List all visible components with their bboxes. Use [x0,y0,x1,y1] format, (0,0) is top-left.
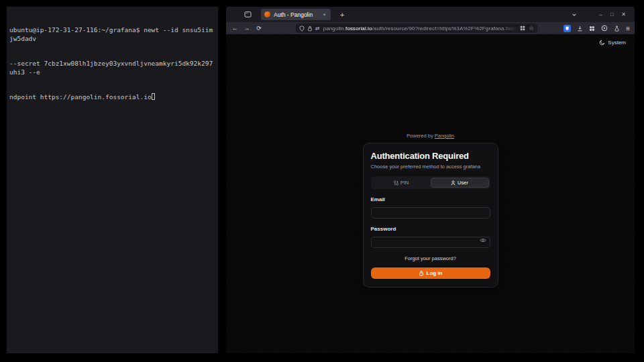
url-text: pangolin.fossorial.io/auth/resource/90?r… [323,25,517,32]
connection-lock-icon[interactable] [307,25,313,32]
tab-close-icon[interactable]: × [321,11,327,17]
browser-tabstrip: Auth - Pangolin × + – □ ✕ [226,7,635,22]
forward-button[interactable]: → [241,25,252,32]
browser-window: Auth - Pangolin × + – □ ✕ ← → ⟳ ⇄ [226,7,635,353]
user-icon [451,180,455,186]
auth-card-title: Authentication Required [371,151,490,161]
downloads-icon[interactable] [577,25,583,32]
show-password-eye-icon[interactable] [480,237,486,243]
tab-user-label: User [458,180,468,186]
bookmark-star-icon[interactable]: ☆ [529,25,534,32]
pin-binary-icon [394,180,398,186]
flask-extension-icon[interactable] [614,25,620,32]
app-menu-icon[interactable]: ≡ [626,25,630,32]
email-label: Email [371,196,490,202]
theme-toggle-label: System [608,40,626,46]
moon-icon [599,40,605,46]
tab-user[interactable]: User [431,178,489,188]
firefox-view-icon[interactable] [242,9,253,20]
terminal-line: ubuntu@ip-172-31-27-116:~/grafana$ newt … [9,26,215,43]
login-button-label: Log in [427,270,443,276]
tab-pin[interactable]: PIN [372,178,431,188]
new-tab-button[interactable]: + [337,11,347,19]
login-lock-icon [419,270,424,276]
terminal-window[interactable]: ubuntu@ip-172-31-27-116:~/grafana$ newt … [7,7,218,353]
tab-pin-label: PIN [400,180,409,186]
auth-card: Authentication Required Choose your pref… [363,143,498,288]
page-action-grid-icon[interactable] [520,25,525,31]
adblock-circle-icon[interactable] [601,25,608,32]
window-minimize-button[interactable]: – [595,11,606,17]
browser-toolbar: ← → ⟳ ⇄ pangolin.fossorial.io/auth/resou… [226,22,635,34]
password-field[interactable] [371,237,490,248]
password-manager-extension-icon[interactable] [564,25,571,32]
back-button[interactable]: ← [229,25,240,32]
terminal-line: ndpoint https://pangolin.fossorial.io [9,93,215,102]
reload-button[interactable]: ⟳ [254,25,264,32]
window-close-button[interactable]: ✕ [618,11,629,17]
browser-tab-auth-pangolin[interactable]: Auth - Pangolin × [261,9,331,20]
window-maximize-button[interactable]: □ [606,11,618,17]
pangolin-link[interactable]: Pangolin [435,133,454,139]
extensions-grid-icon[interactable] [589,25,595,32]
auth-method-tabs: PIN User [371,176,490,189]
pangolin-favicon [264,11,270,17]
container-switch-icon[interactable]: ⇄ [315,25,320,32]
terminal-line: --secret 7cbz1xw08lh1jbzey03yxvndljvneam… [9,60,215,76]
login-button[interactable]: Log in [371,267,490,279]
url-bar[interactable]: ⇄ pangolin.fossorial.io/auth/resource/90… [296,23,537,33]
tab-title: Auth - Pangolin [274,11,321,18]
tabs-dropdown-icon[interactable] [572,12,583,17]
auth-card-subtitle: Choose your preferred method to access g… [371,164,490,170]
email-field[interactable] [371,207,490,219]
forgot-password-link[interactable]: Forgot your password? [371,255,490,261]
theme-toggle[interactable]: System [599,40,626,46]
terminal-cursor [152,93,155,100]
password-label: Password [371,226,490,232]
page-content: System Powered by Pangolin Authenticatio… [226,34,635,353]
powered-by: Powered by Pangolin [363,133,498,139]
tracking-protection-shield-icon[interactable] [299,25,305,32]
